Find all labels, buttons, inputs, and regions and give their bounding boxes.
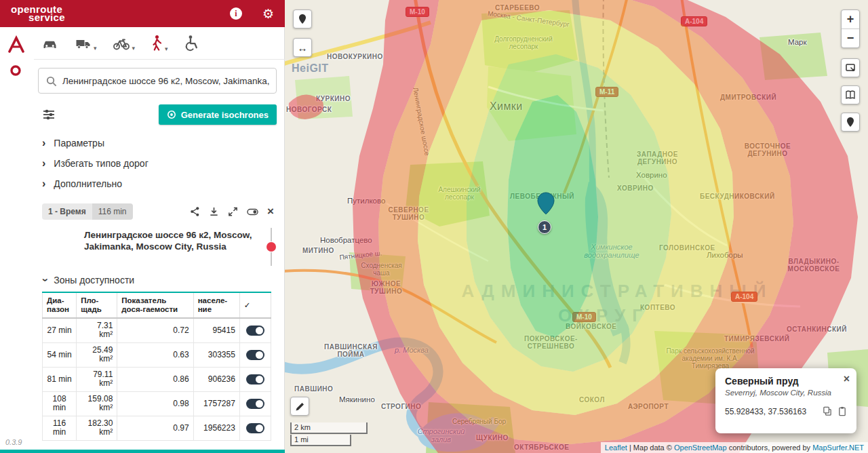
chevron-right-icon: › (42, 138, 45, 148)
zoom-in-button[interactable]: + (842, 10, 859, 29)
map-label-district: ОСТАНКИНСКИЙ (787, 326, 847, 333)
share-button[interactable] (190, 206, 200, 217)
poi-marker-button[interactable] (841, 113, 860, 132)
zoom-control: + − (841, 9, 860, 48)
visibility-toggle-button[interactable] (247, 206, 258, 217)
zone-population-cell: 1956223 (193, 416, 239, 440)
fit-screen-icon (845, 62, 856, 73)
wheelchair-icon (183, 35, 199, 52)
action-row: Generate isochrones (34, 104, 285, 125)
accordion-avoid-road-types[interactable]: › Избегать типов дорог (34, 153, 285, 174)
zone-visibility-toggle[interactable] (246, 374, 264, 385)
close-icon[interactable]: × (267, 207, 274, 216)
zones-table: Диа-пазонПло-щадьПоказатель дося-гаемост… (42, 292, 271, 441)
zone-toggle-cell (239, 367, 271, 391)
fit-bounds-button[interactable] (841, 58, 860, 77)
zone-visibility-toggle[interactable] (246, 350, 264, 360)
sidebar-bottom-bar (0, 450, 285, 453)
copy-actions (823, 406, 847, 416)
accordion-label: Избегать типов дорог (54, 158, 148, 169)
mode-pedestrian-button[interactable]: ▾ (150, 35, 168, 52)
zones-column-header: Пло-щадь (77, 292, 117, 318)
zone-range-cell: 81 min (43, 367, 77, 391)
zone-area-cell: 25.49km² (77, 342, 117, 367)
map-label-park: Алешкинский лесопарк (424, 186, 495, 201)
map-label-park: Парк сельскохозяйственной академии им. К… (665, 347, 756, 370)
search-icon (45, 75, 57, 87)
zone-reachability-cell: 0.72 (117, 318, 193, 342)
accordion-parameters[interactable]: › Параметры (34, 133, 285, 153)
zones-visibility-column-header: ✓ (239, 292, 271, 318)
sliders-filter-icon[interactable] (42, 108, 56, 121)
toggle-icon (247, 206, 258, 217)
zones-table-body: 27 min7.31km²0.729541554 min25.49km²0.63… (43, 318, 271, 440)
map-label-district: ПАВШИНСКАЯ ПОЙМА (322, 343, 380, 358)
clipboard-icon (837, 406, 847, 416)
map-label-badge: М-10 (572, 312, 596, 322)
generate-isochrones-button[interactable]: Generate isochrones (159, 104, 277, 125)
zoom-out-button[interactable]: − (842, 29, 859, 47)
search-input[interactable] (62, 76, 276, 86)
map-label-badge: М-11 (595, 87, 618, 97)
zone-visibility-toggle[interactable] (246, 326, 264, 336)
zone-range-cell: 27 min (43, 318, 77, 342)
mode-wheelchair-button[interactable] (183, 35, 199, 52)
zone-row: 27 min7.31km²0.7295415 (43, 318, 271, 342)
marker-color-indicator[interactable] (264, 228, 278, 266)
expand-button[interactable] (228, 206, 238, 217)
ors-a-logo-icon (7, 35, 26, 54)
zone-row: 116 min182.30km²0.971956223 (43, 416, 271, 440)
draw-pencil-button[interactable] (290, 397, 309, 416)
isochrone-result-card: 1 - Время 116 min × Ленинградское шоссе … (34, 203, 285, 441)
car-icon (41, 35, 59, 52)
popup-coordinates-row: 55.928433, 37.536163 (725, 406, 847, 416)
copy-alt-button[interactable] (837, 406, 847, 416)
mode-bicycle-button[interactable]: ▾ (112, 35, 136, 52)
pan-mode-button[interactable]: ↔ (293, 38, 312, 57)
app-root: openroute service i ⚙ (0, 0, 868, 453)
start-marker-pin[interactable] (537, 192, 555, 215)
marker-pin-icon (845, 117, 856, 127)
route-point-ring-icon[interactable] (9, 64, 22, 77)
layers-book-button[interactable] (841, 85, 860, 104)
zone-toggle-cell (239, 391, 271, 416)
close-icon[interactable]: × (844, 373, 850, 385)
isochrone-badge[interactable]: 1 - Время 116 min (42, 203, 133, 220)
download-button[interactable] (209, 206, 219, 217)
mapsurfer-link[interactable]: MapSurfer.NET (812, 444, 864, 452)
zone-area-cell: 79.11km² (77, 367, 117, 391)
map-label-district: ЩУКИНО (476, 434, 509, 441)
osm-link[interactable]: OpenStreetMap (674, 444, 727, 452)
mode-car-button[interactable] (41, 35, 59, 52)
info-icon[interactable]: i (230, 7, 242, 20)
download-icon (209, 206, 219, 217)
popup-subtitle: Severnyj, Moscow City, Russia (725, 389, 847, 397)
place-marker-button[interactable] (293, 9, 312, 28)
map-canvas[interactable]: СТАРБЕЕВОНОВОКУРКИНОДолгопрудненский лес… (285, 0, 868, 453)
truck-icon (74, 35, 92, 52)
zone-visibility-toggle[interactable] (246, 423, 264, 433)
isochrone-band-27min (507, 95, 598, 338)
accordion-label: Дополнительно (54, 178, 122, 189)
logo-strip (0, 27, 34, 449)
zone-visibility-toggle[interactable] (246, 399, 264, 409)
map-scale: 2 km 1 mi (290, 422, 368, 446)
marker-color-dot (267, 242, 276, 252)
mode-hgv-button[interactable]: ▾ (74, 35, 97, 52)
isochrone-band-81min (418, 10, 734, 415)
accordion-additional[interactable]: › Дополнительно (34, 174, 285, 194)
map-label-place: Новобратцево (320, 236, 372, 244)
brand-logo: openroute service (11, 5, 65, 22)
map-label-district: ПАВШИНО (294, 385, 333, 393)
isochrone-badge-label: 1 - Время (42, 203, 92, 220)
isochrone-band-54min (467, 54, 671, 372)
zone-area-cell: 182.30km² (77, 416, 117, 440)
zones-accordion[interactable]: › Зоны доступности (42, 274, 285, 286)
chevron-right-icon: › (42, 159, 45, 168)
bicycle-icon (112, 35, 131, 52)
map-label-district: СТРОГИНО (381, 403, 421, 410)
settings-gear-icon[interactable]: ⚙ (262, 6, 274, 22)
leaflet-link[interactable]: Leaflet (605, 444, 627, 452)
zones-column-header: Диа-пазон (43, 292, 77, 318)
copy-button[interactable] (823, 406, 832, 416)
